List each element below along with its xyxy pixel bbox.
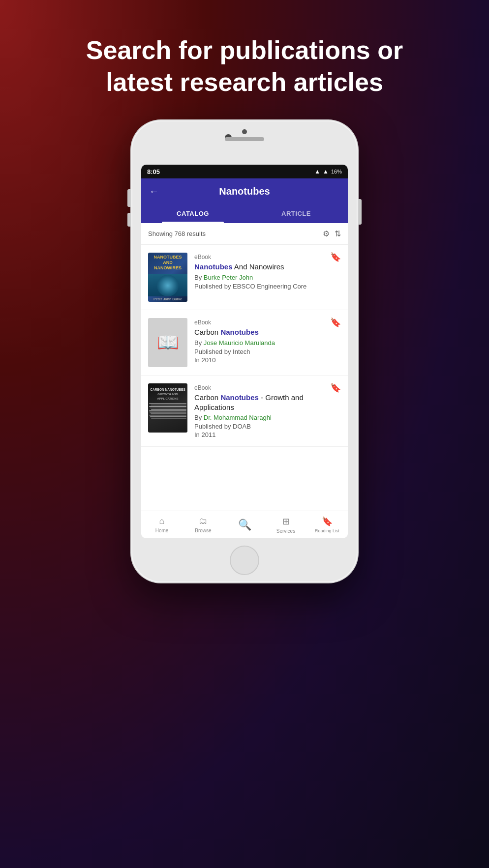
book-publisher-1: Published by EBSCO Engineering Core — [194, 283, 341, 290]
book-author-2: By Jose Mauricio Marulanda — [194, 339, 341, 347]
volume-buttons — [127, 189, 130, 227]
services-label: Services — [276, 528, 295, 534]
back-button[interactable]: ← — [149, 186, 159, 197]
book-author-3: By Dr. Mohammad Naraghi — [194, 414, 341, 421]
browse-icon: 🗂 — [199, 516, 208, 526]
reading-list-icon: 🔖 — [322, 516, 333, 527]
status-bar: 8:05 ▲ ▲ 16% — [141, 165, 348, 178]
status-time: 8:05 — [147, 168, 160, 175]
wifi-icon: ▲ — [314, 168, 320, 175]
book-info-1: eBook Nanotubes And Nanowires By Burke P… — [194, 253, 341, 291]
sort-icon[interactable]: ⇅ — [335, 229, 341, 238]
book-item-1[interactable]: NANOTUBES ANDNANOWIRES Peter John Burke … — [141, 245, 348, 310]
book-info-3: eBook Carbon Nanotubes - Growth and Appl… — [194, 383, 341, 438]
browse-label: Browse — [195, 528, 211, 533]
nav-home[interactable]: ⌂ Home — [141, 516, 183, 533]
battery-level: 16% — [331, 169, 342, 174]
filter-icon[interactable]: ⚙ — [323, 229, 330, 238]
phone-screen: 8:05 ▲ ▲ 16% ← Nanotubes CATALOG ARTICLE… — [141, 165, 348, 538]
bookmark-icon-1[interactable]: 🔖 — [330, 252, 341, 262]
content-area: NANOTUBES ANDNANOWIRES Peter John Burke … — [141, 245, 348, 511]
speaker — [225, 137, 264, 141]
book-publisher-3: Published by DOAB — [194, 423, 341, 430]
book-type-3: eBook — [194, 384, 341, 391]
tab-article[interactable]: ARTICLE — [244, 204, 348, 223]
home-label: Home — [155, 528, 169, 533]
volume-down-button — [127, 213, 130, 227]
home-icon: ⌂ — [159, 516, 165, 526]
bottom-nav: ⌂ Home 🗂 Browse 🔍 ⊞ Services 🔖 Reading L… — [141, 511, 348, 538]
app-header: ← Nanotubes — [141, 178, 348, 204]
filter-sort-icons: ⚙ ⇅ — [323, 229, 341, 238]
nav-reading-list[interactable]: 🔖 Reading List — [306, 516, 348, 533]
results-count: Showing 768 results — [148, 230, 206, 237]
camera-dot — [242, 129, 247, 134]
book-info-2: eBook Carbon Nanotubes By Jose Mauricio … — [194, 318, 341, 364]
headline: Search for publications or latest resear… — [57, 34, 432, 98]
book-cover-2: 📖 — [148, 318, 187, 367]
book-author-1: By Burke Peter John — [194, 274, 341, 281]
nav-browse[interactable]: 🗂 Browse — [183, 516, 224, 533]
book-title-3: Carbon Nanotubes - Growth and Applicatio… — [194, 393, 341, 412]
book-publisher-2: Published by Intech — [194, 348, 341, 355]
power-button — [359, 199, 362, 225]
search-icon: 🔍 — [238, 519, 251, 531]
phone-top-bezel — [131, 120, 358, 165]
book-type-2: eBook — [194, 319, 341, 326]
bookmark-icon-2[interactable]: 🔖 — [330, 317, 341, 328]
volume-up-button — [127, 189, 130, 207]
book-type-1: eBook — [194, 254, 341, 260]
signal-icon: ▲ — [323, 168, 329, 175]
home-button[interactable] — [230, 546, 259, 575]
services-icon: ⊞ — [282, 516, 290, 527]
book-title-2: Carbon Nanotubes — [194, 327, 341, 337]
book-title-1: Nanotubes And Nanowires — [194, 262, 341, 272]
tab-bar: CATALOG ARTICLE — [141, 204, 348, 223]
book-item-2[interactable]: 📖 eBook Carbon Nanotubes By Jose Maurici… — [141, 310, 348, 376]
status-icons: ▲ ▲ 16% — [314, 168, 342, 175]
nav-search[interactable]: 🔍 — [224, 519, 265, 531]
book-item-3[interactable]: CARBON NANOTUBESGROWTH AND APPLICATIONS — [141, 376, 348, 447]
bookmark-icon-3[interactable]: 🔖 — [330, 382, 341, 393]
nav-services[interactable]: ⊞ Services — [265, 516, 306, 534]
headline-text: Search for publications or latest resear… — [86, 34, 403, 98]
reading-list-label: Reading List — [315, 528, 339, 533]
book-year-2: In 2010 — [194, 356, 341, 364]
results-bar: Showing 768 results ⚙ ⇅ — [141, 223, 348, 245]
phone-bottom-bezel — [131, 538, 358, 582]
book-cover-1: NANOTUBES ANDNANOWIRES Peter John Burke — [148, 253, 187, 302]
book-year-3: In 2011 — [194, 431, 341, 438]
phone-shell: 8:05 ▲ ▲ 16% ← Nanotubes CATALOG ARTICLE… — [131, 120, 358, 582]
app-title: Nanotubes — [167, 186, 322, 197]
book-cover-3: CARBON NANOTUBESGROWTH AND APPLICATIONS — [148, 383, 187, 433]
tab-catalog[interactable]: CATALOG — [141, 204, 244, 223]
